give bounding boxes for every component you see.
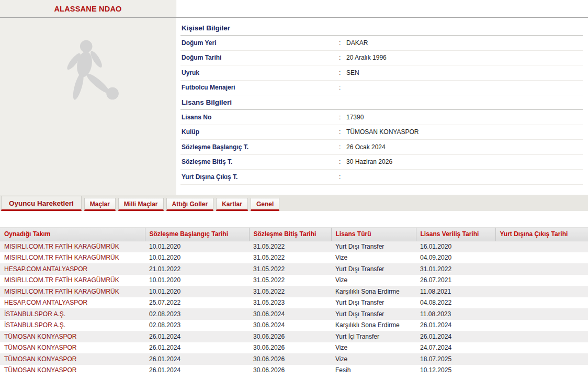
cell-exit-date bbox=[495, 320, 588, 331]
field-label: Lisans No bbox=[180, 114, 339, 121]
cell-exit-date bbox=[495, 241, 588, 252]
cell-license-type: Vize bbox=[331, 342, 416, 354]
table-row: TÜMOSAN KONYASPOR 26.01.2024 30.06.2026 … bbox=[0, 353, 588, 365]
tab[interactable]: Oyuncu Hareketleri bbox=[1, 196, 82, 211]
cell-exit-date bbox=[495, 286, 588, 297]
field-value: 26 Ocak 2024 bbox=[346, 143, 386, 151]
table-row: TÜMOSAN KONYASPOR 26.01.2024 30.06.2026 … bbox=[0, 331, 588, 342]
cell-license-issue-date: 11.08.2023 bbox=[416, 308, 495, 320]
cell-contract-end: 31.05.2022 bbox=[249, 241, 331, 252]
cell-license-issue-date: 24.07.2024 bbox=[416, 342, 495, 354]
cell-team: TÜMOSAN KONYASPOR bbox=[0, 331, 145, 342]
personal-info-title: Kişisel Bilgiler bbox=[180, 21, 583, 36]
cell-exit-date bbox=[495, 252, 588, 264]
table-row: HESAP.COM ANTALYASPOR 21.01.2022 31.05.2… bbox=[0, 263, 588, 275]
cell-contract-end: 30.06.2026 bbox=[249, 331, 331, 342]
cell-contract-start: 10.01.2020 bbox=[145, 241, 249, 252]
cell-license-type: Karşılıklı Sona Erdirme bbox=[331, 320, 416, 331]
field-colon bbox=[339, 173, 346, 181]
player-name-tab: ALASSANE NDAO bbox=[0, 0, 176, 17]
cell-team: İSTANBULSPOR A.Ş. bbox=[0, 308, 145, 320]
cell-exit-date bbox=[495, 297, 588, 309]
field-value: TÜMOSAN KONYASPOR bbox=[346, 128, 419, 136]
personal-info-field: Uyruk SEN bbox=[180, 65, 583, 81]
tab[interactable]: Genel bbox=[251, 198, 279, 211]
cell-team: MISIRLI.COM.TR FATİH KARAGÜMRÜK bbox=[0, 275, 145, 286]
cell-contract-end: 30.06.2024 bbox=[249, 308, 331, 320]
personal-info-field: Doğum Yeri DAKAR bbox=[180, 36, 583, 51]
table-header-cell: Lisans Türü bbox=[331, 228, 416, 241]
cell-exit-date bbox=[495, 353, 588, 365]
field-colon bbox=[339, 84, 346, 91]
cell-license-issue-date: 26.01.2024 bbox=[416, 331, 495, 342]
field-value: 17390 bbox=[346, 114, 364, 121]
cell-contract-start: 26.01.2024 bbox=[145, 342, 249, 354]
page-header: ALASSANE NDAO bbox=[0, 0, 588, 18]
table-header-cell: Yurt Dışına Çıkış Tarihi bbox=[495, 228, 588, 241]
license-info-field: Yurt Dışına Çıkış T. bbox=[180, 170, 583, 185]
cell-team: MISIRLI.COM.TR FATİH KARAGÜMRÜK bbox=[0, 252, 145, 264]
cell-team: HESAP.COM ANTALYASPOR bbox=[0, 263, 145, 275]
field-label: Yurt Dışına Çıkış T. bbox=[180, 173, 339, 181]
player-movements-table: Oynadığı Takım Sözleşme Başlangıç Tarihi… bbox=[0, 228, 588, 376]
cell-license-type: Yurt Dışı Transfer bbox=[331, 297, 416, 309]
license-info-field: Sözleşme Başlangıç T. 26 Ocak 2024 bbox=[180, 140, 583, 155]
cell-exit-date bbox=[495, 331, 588, 342]
cell-contract-start: 26.01.2024 bbox=[145, 353, 249, 365]
cell-team: TÜMOSAN KONYASPOR bbox=[0, 342, 145, 354]
field-colon bbox=[339, 143, 346, 151]
cell-contract-end: 30.06.2026 bbox=[249, 365, 331, 376]
table-header-row: Oynadığı Takım Sözleşme Başlangıç Tarihi… bbox=[0, 228, 588, 241]
field-colon bbox=[339, 69, 346, 76]
cell-exit-date bbox=[495, 308, 588, 320]
player-silhouette-icon bbox=[49, 37, 128, 110]
cell-contract-start: 02.08.2023 bbox=[145, 320, 249, 331]
field-label: Kulüp bbox=[180, 128, 339, 136]
license-info-field: Kulüp TÜMOSAN KONYASPOR bbox=[180, 125, 583, 140]
cell-contract-start: 21.01.2022 bbox=[145, 263, 249, 275]
cell-license-issue-date: 10.12.2025 bbox=[416, 365, 495, 376]
cell-license-type: Vize bbox=[331, 252, 416, 264]
cell-exit-date bbox=[495, 275, 588, 286]
cell-license-issue-date: 31.01.2022 bbox=[416, 263, 495, 275]
cell-license-issue-date: 04.09.2020 bbox=[416, 252, 495, 264]
tab[interactable]: Maçlar bbox=[84, 198, 116, 211]
cell-license-issue-date: 26.01.2024 bbox=[416, 320, 495, 331]
cell-contract-end: 30.06.2024 bbox=[249, 320, 331, 331]
table-row: MISIRLI.COM.TR FATİH KARAGÜMRÜK 10.01.20… bbox=[0, 275, 588, 286]
table-header-cell: Sözleşme Bitiş Tarihi bbox=[249, 228, 331, 241]
field-label: Sözleşme Bitiş T. bbox=[180, 158, 339, 165]
table-row: MISIRLI.COM.TR FATİH KARAGÜMRÜK 10.01.20… bbox=[0, 286, 588, 297]
cell-license-type: Vize bbox=[331, 275, 416, 286]
personal-info-field: Futbolcu Menajeri bbox=[180, 81, 583, 96]
tab[interactable]: Attığı Goller bbox=[166, 198, 214, 211]
player-details: Kişisel Bilgiler Doğum Yeri DAKAR Doğum … bbox=[176, 18, 588, 195]
cell-license-issue-date: 26.07.2021 bbox=[416, 275, 495, 286]
cell-license-issue-date: 11.08.2021 bbox=[416, 286, 495, 297]
cell-contract-start: 10.01.2020 bbox=[145, 286, 249, 297]
cell-license-type: Karşılıklı Sona Erdirme bbox=[331, 286, 416, 297]
cell-license-type: Yurt Dışı Transfer bbox=[331, 263, 416, 275]
license-info-field: Sözleşme Bitiş T. 30 Haziran 2026 bbox=[180, 155, 583, 170]
cell-contract-start: 25.07.2022 bbox=[145, 297, 249, 309]
tab[interactable]: Kartlar bbox=[216, 198, 248, 211]
cell-team: MISIRLI.COM.TR FATİH KARAGÜMRÜK bbox=[0, 286, 145, 297]
field-label: Sözleşme Başlangıç T. bbox=[180, 143, 339, 151]
field-label: Futbolcu Menajeri bbox=[180, 84, 339, 91]
license-info-title: Lisans Bilgileri bbox=[180, 95, 583, 110]
cell-contract-start: 02.08.2023 bbox=[145, 308, 249, 320]
cell-team: İSTANBULSPOR A.Ş. bbox=[0, 320, 145, 331]
tab[interactable]: Milli Maçlar bbox=[118, 198, 164, 211]
cell-exit-date bbox=[495, 342, 588, 354]
cell-license-type: Yurt Dışı Transfer bbox=[331, 308, 416, 320]
field-colon bbox=[339, 54, 346, 61]
field-value: 20 Aralık 1996 bbox=[346, 54, 387, 61]
table-row: MISIRLI.COM.TR FATİH KARAGÜMRÜK 10.01.20… bbox=[0, 252, 588, 264]
table-row: İSTANBULSPOR A.Ş. 02.08.2023 30.06.2024 … bbox=[0, 308, 588, 320]
personal-info-field: Doğum Tarihi 20 Aralık 1996 bbox=[180, 51, 583, 66]
cell-contract-start: 26.01.2024 bbox=[145, 365, 249, 376]
section-tabs: Oyuncu Hareketleri Maçlar Milli Maçlar A… bbox=[0, 195, 588, 211]
cell-contract-end: 31.05.2022 bbox=[249, 252, 331, 264]
cell-team: MISIRLI.COM.TR FATİH KARAGÜMRÜK bbox=[0, 241, 145, 252]
table-row: TÜMOSAN KONYASPOR 26.01.2024 30.06.2026 … bbox=[0, 342, 588, 354]
